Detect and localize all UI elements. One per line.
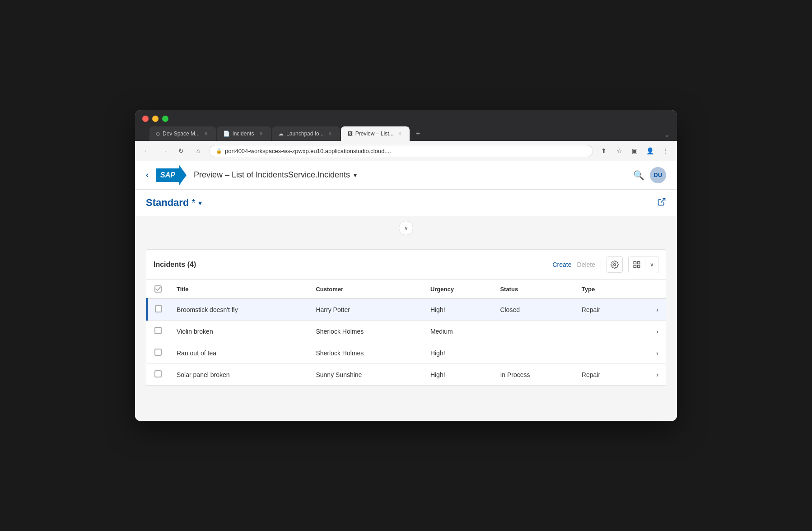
row-type [574,321,635,342]
sap-logo-arrow [179,165,187,185]
nav-column-header [635,280,666,298]
row-checkbox[interactable] [154,327,162,334]
data-table: Title Customer Urgency Status Type Broom… [146,280,666,386]
tab-launchpad[interactable]: ☁ Launchpad fo... × [272,126,340,141]
header-actions: 🔍 DU [633,167,666,183]
address-input[interactable]: 🔒 port4004-workspaces-ws-zpwxp.eu10.appl… [209,145,593,157]
more-button[interactable]: ⋮ [659,144,672,157]
minimize-button[interactable] [152,116,159,122]
table-row[interactable]: Solar panel broken Sunny Sunshine High! … [147,364,666,386]
select-all-checkbox[interactable] [154,285,162,293]
address-actions: ⬆ ☆ ▣ 👤 ⋮ [597,144,672,157]
tab-devspace[interactable]: ◇ Dev Space M... × [149,126,216,141]
app-back-button[interactable]: ‹ [146,170,149,180]
home-button[interactable]: ⌂ [192,144,205,157]
tabs-dropdown-button[interactable]: ⌄ [664,131,670,138]
collapse-button[interactable]: ∨ [399,221,413,235]
launchpad-tab-icon: ☁ [278,130,284,137]
row-status: Closed [493,298,574,321]
variant-name: Standard [146,197,189,209]
tab-launchpad-close[interactable]: × [327,130,334,137]
row-checkbox-cell[interactable] [147,364,170,386]
reload-button[interactable]: ↻ [175,144,187,157]
user-avatar[interactable]: DU [650,167,666,183]
row-checkbox[interactable] [154,349,162,356]
forward-nav-button[interactable]: → [158,144,170,157]
table-view-button[interactable] [629,256,645,273]
row-checkbox[interactable] [154,370,162,377]
row-urgency: High! [423,342,493,364]
variant-chevron-icon: ▾ [198,199,202,207]
row-customer: Sherlock Holmes [308,321,423,342]
variant-bar: Standard * ▾ [135,190,677,216]
row-navigate-button[interactable]: › [635,342,666,364]
incidents-tab-icon: 📄 [223,130,230,137]
row-type [574,342,635,364]
row-title: Ran out of tea [169,342,308,364]
settings-button[interactable] [607,256,623,273]
svg-line-0 [661,198,665,202]
lock-icon: 🔒 [216,148,222,154]
tab-incidents[interactable]: 📄 incidents × [217,126,271,141]
close-button[interactable] [142,116,149,122]
row-customer: Sherlock Holmes [308,342,423,364]
table-row[interactable]: Violin broken Sherlock Holmes Medium › [147,321,666,342]
app-content: ‹ SAP Preview – List of IncidentsService… [135,161,677,421]
browser-window: ◇ Dev Space M... × 📄 incidents × ☁ Launc… [135,110,677,421]
maximize-button[interactable] [162,116,168,122]
row-urgency: High! [423,298,493,321]
collapse-bar: ∨ [135,216,677,240]
row-checkbox-cell[interactable] [147,321,170,342]
header-title-text: Preview – List of IncidentsService.Incid… [194,170,350,180]
tab-preview-label: Preview – List... [355,130,394,137]
table-row[interactable]: Ran out of tea Sherlock Holmes High! › [147,342,666,364]
profile-button[interactable]: 👤 [644,144,656,157]
browser-tabs: ◇ Dev Space M... × 📄 incidents × ☁ Launc… [149,126,410,141]
bookmark-button[interactable]: ☆ [613,144,625,157]
variant-export-button[interactable] [657,197,666,209]
row-navigate-button[interactable]: › [635,321,666,342]
sap-logo: SAP [156,165,187,185]
select-all-header[interactable] [147,280,170,298]
row-customer: Sunny Sunshine [308,364,423,386]
header-dropdown-icon[interactable]: ▾ [354,172,357,179]
urgency-column-header: Urgency [423,280,493,298]
row-checkbox-cell[interactable] [147,298,170,321]
header-title-area: Preview – List of IncidentsService.Incid… [194,170,626,180]
back-nav-button[interactable]: ← [140,144,153,157]
row-title: Violin broken [169,321,308,342]
tab-devspace-close[interactable]: × [202,130,210,137]
tab-preview[interactable]: 🖼 Preview – List... × [341,126,410,141]
tab-incidents-close[interactable]: × [257,130,265,137]
row-status: In Process [493,364,574,386]
row-status [493,342,574,364]
svg-point-1 [614,264,616,266]
svg-rect-3 [638,261,640,264]
row-checkbox-cell[interactable] [147,342,170,364]
row-title: Broomstick doesn't fly [169,298,308,321]
address-bar: ← → ↻ ⌂ 🔒 port4004-workspaces-ws-zpwxp.e… [135,141,677,161]
table-container: Incidents (4) Create Delete [146,249,666,386]
view-dropdown-button[interactable]: ∨ [645,256,658,273]
row-navigate-button[interactable]: › [635,298,666,321]
svg-rect-2 [634,261,636,264]
tab-preview-close[interactable]: × [396,130,403,137]
type-column-header: Type [574,280,635,298]
toolbar-view-group: ∨ [628,256,658,273]
share-button[interactable]: ⬆ [597,144,610,157]
header-search-button[interactable]: 🔍 [633,170,644,181]
table-toolbar: Incidents (4) Create Delete [146,250,666,280]
table-row[interactable]: Broomstick doesn't fly Harry Potter High… [147,298,666,321]
toolbar-divider [601,260,601,269]
customer-column-header: Customer [308,280,423,298]
fiori-header: ‹ SAP Preview – List of IncidentsService… [135,161,677,190]
row-checkbox[interactable] [155,305,162,312]
create-button[interactable]: Create [553,261,572,268]
address-text: port4004-workspaces-ws-zpwxp.eu10.applic… [225,148,391,154]
row-navigate-button[interactable]: › [635,364,666,386]
variant-selector[interactable]: Standard * ▾ [146,197,202,209]
new-tab-button[interactable]: + [411,127,424,140]
tab-launchpad-label: Launchpad fo... [286,130,324,137]
tab-devspace-label: Dev Space M... [163,130,200,137]
reading-view-button[interactable]: ▣ [628,144,641,157]
